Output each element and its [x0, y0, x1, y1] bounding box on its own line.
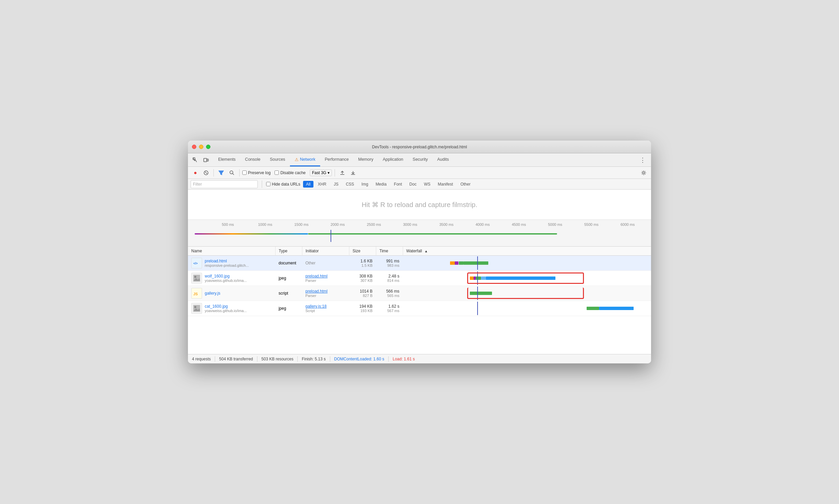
- w-bar-connect: [455, 262, 459, 265]
- th-name[interactable]: Name: [188, 247, 275, 256]
- timeline-mark-1500: 1500 ms: [294, 222, 308, 227]
- resources-size: 503 KB resources: [262, 357, 293, 361]
- type-cell: jpeg: [275, 271, 302, 286]
- filter-ws[interactable]: WS: [421, 181, 433, 187]
- timeline-mark-4000: 4000 ms: [476, 222, 489, 227]
- th-time[interactable]: Time: [376, 247, 403, 256]
- initiator-cell: Other: [302, 256, 349, 271]
- transferred-size: 504 KB transferred: [219, 357, 253, 361]
- timeline-mark-500: 500 ms: [222, 222, 234, 227]
- tabs-list: Elements Console Sources ⚠ Network Perfo…: [213, 154, 453, 166]
- filter-manifest[interactable]: Manifest: [435, 181, 456, 187]
- waterfall-vline: [477, 271, 478, 285]
- filter-css[interactable]: CSS: [343, 181, 357, 187]
- timeline-mark-6000: 6000 ms: [621, 222, 635, 227]
- table-row[interactable]: </> preload.html responsive-preload.glit…: [188, 256, 651, 271]
- tab-console[interactable]: Console: [240, 154, 265, 166]
- download-button[interactable]: [349, 168, 358, 178]
- clear-button[interactable]: [201, 168, 211, 178]
- tab-audits[interactable]: Audits: [433, 154, 454, 166]
- disable-cache-input[interactable]: [274, 170, 279, 175]
- tab-icons: [191, 155, 211, 165]
- time-cell: 2.48 s 814 ms: [376, 271, 403, 286]
- timeline-mark-4500: 4500 ms: [512, 222, 526, 227]
- th-type[interactable]: Type: [275, 247, 302, 256]
- filter-button[interactable]: [216, 168, 226, 178]
- table-header-row: Name Type Initiator Size Time Waterfall …: [188, 247, 651, 256]
- size-cell: 1.6 KB 1.5 KB: [349, 256, 376, 271]
- device-icon[interactable]: [201, 155, 211, 165]
- file-name-text: wolf_1600.jpg: [205, 274, 247, 278]
- th-initiator[interactable]: Initiator: [302, 247, 349, 256]
- preserve-log-input[interactable]: [242, 170, 247, 175]
- title-bar: DevTools - responsive-preload.glitch.me/…: [188, 141, 651, 154]
- filter-all[interactable]: All: [303, 181, 314, 187]
- filter-doc[interactable]: Doc: [406, 181, 420, 187]
- divider-1: [213, 169, 214, 177]
- filter-font[interactable]: Font: [391, 181, 405, 187]
- load-time: Load: 1.61 s: [393, 357, 415, 361]
- type-cell: document: [275, 256, 302, 271]
- filter-img[interactable]: Img: [358, 181, 371, 187]
- svg-line-7: [233, 174, 234, 175]
- waterfall-cell-1: [403, 256, 651, 271]
- tab-memory[interactable]: Memory: [353, 154, 378, 166]
- status-divider-2: [257, 356, 257, 362]
- timeline-mark-2500: 2500 ms: [367, 222, 381, 227]
- w-bar-ttfb: [459, 262, 464, 265]
- hide-data-urls-input[interactable]: [266, 182, 270, 186]
- w-bar-download: [486, 276, 555, 280]
- disable-cache-checkbox[interactable]: Disable cache: [274, 170, 305, 175]
- tab-security[interactable]: Security: [408, 154, 433, 166]
- file-icon-img: [191, 273, 202, 284]
- hide-data-urls-checkbox[interactable]: Hide data URLs: [266, 182, 300, 186]
- upload-button[interactable]: [338, 168, 347, 178]
- file-name-text: gallery.js: [205, 291, 220, 295]
- w-bar-ttfb: [476, 276, 481, 280]
- filter-xhr[interactable]: XHR: [315, 181, 329, 187]
- waterfall-vline: [477, 302, 478, 315]
- initiator-link[interactable]: preload.html: [305, 289, 327, 294]
- dom-loaded-time: DOMContentLoaded: 1.60 s: [334, 357, 384, 361]
- settings-button[interactable]: [639, 168, 648, 178]
- table-row[interactable]: JS gallery.js script preload.html Pa: [188, 286, 651, 301]
- initiator-link[interactable]: gallery.js:18: [305, 304, 326, 309]
- minimize-button[interactable]: [199, 145, 203, 149]
- table-row[interactable]: wolf_1600.jpg yoavweiss.github.io/ima...…: [188, 271, 651, 286]
- filter-types: All XHR JS CSS Img Media Font Doc WS Man…: [303, 181, 474, 187]
- filter-input[interactable]: [191, 180, 258, 188]
- tab-elements[interactable]: Elements: [213, 154, 240, 166]
- timeline-mark-3000: 3000 ms: [403, 222, 417, 227]
- th-size[interactable]: Size: [349, 247, 376, 256]
- filter-js[interactable]: JS: [331, 181, 341, 187]
- record-button[interactable]: ●: [191, 168, 200, 178]
- status-divider-5: [388, 356, 389, 362]
- filter-other[interactable]: Other: [458, 181, 474, 187]
- table-row[interactable]: cat_1600.jpg yoavweiss.github.io/ima... …: [188, 301, 651, 316]
- timeline-marker-line: [331, 230, 331, 242]
- svg-point-12: [643, 172, 645, 174]
- svg-text:JS: JS: [193, 292, 198, 296]
- network-table-container: Name Type Initiator Size Time Waterfall …: [188, 247, 651, 354]
- tab-performance[interactable]: Performance: [320, 154, 354, 166]
- maximize-button[interactable]: [206, 145, 210, 149]
- tab-network[interactable]: ⚠ Network: [290, 154, 320, 166]
- w-bar-dns: [470, 276, 474, 280]
- tab-application[interactable]: Application: [378, 154, 408, 166]
- search-button[interactable]: [227, 168, 237, 178]
- initiator-link[interactable]: preload.html: [305, 274, 327, 278]
- close-button[interactable]: [192, 145, 196, 149]
- inspect-icon[interactable]: [191, 155, 200, 165]
- network-table: Name Type Initiator Size Time Waterfall …: [188, 247, 651, 316]
- overview-bar-2: [308, 233, 557, 235]
- filter-media[interactable]: Media: [373, 181, 390, 187]
- th-waterfall[interactable]: Waterfall ▲: [403, 247, 651, 256]
- tab-sources[interactable]: Sources: [265, 154, 290, 166]
- throttle-select[interactable]: Fast 3G ▾: [310, 169, 332, 176]
- more-tabs-button[interactable]: ⋮: [637, 156, 648, 164]
- name-cell: cat_1600.jpg yoavweiss.github.io/ima...: [188, 301, 275, 316]
- svg-point-17: [194, 276, 196, 278]
- name-cell: JS gallery.js: [188, 286, 275, 301]
- timeline-mark-1000: 1000 ms: [258, 222, 272, 227]
- preserve-log-checkbox[interactable]: Preserve log: [242, 170, 270, 175]
